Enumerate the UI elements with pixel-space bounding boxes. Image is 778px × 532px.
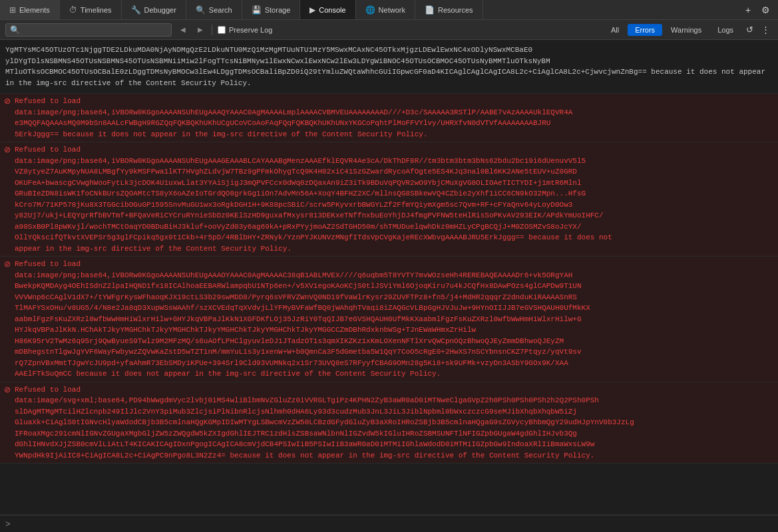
console-input[interactable] [15,520,773,528]
warnings-filter-button[interactable]: Warnings [664,24,709,36]
error-icon-1: ⊘ [0,94,15,108]
preserve-log-text: Preserve Log [229,26,272,34]
filter-divider [212,25,212,35]
tab-timelines-label: Timelines [81,6,112,14]
preserve-log-checkbox[interactable] [218,26,226,34]
search-icon: 🔍 [10,25,20,35]
tab-search-label: Search [209,6,232,14]
tab-actions: + ⚙ [735,3,778,17]
tab-network-label: Network [379,6,405,14]
error-icon-3: ⊘ [0,257,15,271]
error-icon-2: ⊘ [0,143,15,156]
tab-storage[interactable]: 💾 Storage [242,0,301,19]
log-entry-0: YgMTYsMC45OTUzOTc1NjggTDE2LDkuMDA0NjAyND… [0,40,778,94]
network-icon: 🌐 [365,5,375,15]
tab-console[interactable]: ▶ Console [300,0,355,19]
tab-resources[interactable]: 📄 Resources [415,0,483,19]
timelines-icon: ⏱ [69,5,77,15]
debugger-icon: 🔧 [131,5,141,15]
prev-nav-button[interactable]: ◀ [177,24,189,36]
console-icon: ▶ [309,5,315,15]
log-text-1: Refused to load data:image/png;base64,iV… [15,94,778,142]
log-text-0: YgMTYsMC45OTUzOTc1NjggTDE2LDkuMDA0NjAyND… [5,43,773,90]
tab-elements[interactable]: ⊞ Elements [0,0,60,19]
filter-bar: 🔍 ◀ ▶ Preserve Log All Errors Warnings L… [0,20,778,40]
console-content[interactable]: YgMTYsMC45OTUzOTc1NjggTDE2LDkuMDA0NjAyND… [0,40,778,515]
errors-filter-button[interactable]: Errors [628,24,662,36]
elements-icon: ⊞ [9,5,16,15]
next-nav-button[interactable]: ▶ [194,24,206,36]
log-text-4: Refused to load data:image/svg+xml;base6… [15,382,778,464]
tab-bar: ⊞ Elements ⏱ Timelines 🔧 Debugger 🔍 Sear… [0,0,778,20]
console-prompt-icon: > [5,519,11,529]
preserve-log-label[interactable]: Preserve Log [218,26,272,34]
storage-icon: 💾 [252,5,262,15]
tab-console-label: Console [319,6,345,14]
log-entry-3: ⊘ Refused to load data:image/png;base64,… [0,257,778,382]
error-icon-4: ⊘ [0,383,15,396]
search-box: 🔍 [5,23,172,37]
tab-timelines[interactable]: ⏱ Timelines [60,0,122,19]
tab-debugger-label: Debugger [144,6,176,14]
add-tab-button[interactable]: + [741,3,755,17]
search-input[interactable] [23,26,167,34]
tab-storage-label: Storage [265,6,291,14]
tab-debugger[interactable]: 🔧 Debugger [122,0,186,19]
log-entry-2: ⊘ Refused to load data:image/png;base64,… [0,142,778,257]
log-entry-1: ⊘ Refused to load data:image/png;base64,… [0,94,778,142]
log-entry-4: ⊘ Refused to load data:image/svg+xml;bas… [0,382,778,464]
log-text-3: Refused to load data:image/png;base64,iV… [15,257,778,382]
resources-icon: 📄 [425,5,435,15]
tab-search[interactable]: 🔍 Search [186,0,242,19]
filter-buttons: All Errors Warnings Logs ↺ ⋮ [604,23,773,37]
search-tab-icon: 🔍 [196,5,206,15]
log-text-2: Refused to load data:image/png;base64,iV… [15,142,778,256]
logs-filter-button[interactable]: Logs [710,24,741,36]
clear-button[interactable]: ↺ [742,23,757,37]
tab-elements-label: Elements [19,6,50,14]
settings-button[interactable]: ⚙ [758,3,773,17]
more-options-button[interactable]: ⋮ [758,23,773,37]
all-filter-button[interactable]: All [604,24,626,36]
tab-resources-label: Resources [438,6,473,14]
console-input-bar: > [0,515,778,532]
tab-network[interactable]: 🌐 Network [356,0,415,19]
